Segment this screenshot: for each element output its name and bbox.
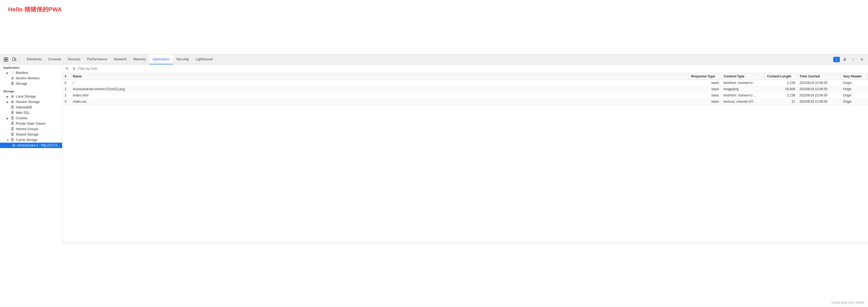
web-sql-label: Web SQL [16, 111, 30, 115]
inspect-icon[interactable] [2, 56, 10, 63]
tab-application[interactable]: Application [149, 55, 173, 64]
refresh-button[interactable]: ↻ [65, 66, 70, 71]
sidebar-item-minimal-pwa[interactable]: ▶ ⊞ minimal-pwa-1 - http://127.0... [0, 143, 62, 148]
sidebar-item-indexeddb[interactable]: ▶ 🗄 IndexedDB [0, 105, 62, 110]
svg-rect-5 [15, 58, 16, 61]
private-state-label: Private State Tokens [16, 122, 45, 125]
session-storage-icon: ⊞ [10, 100, 14, 104]
private-state-icon: 🗄 [10, 122, 14, 125]
cell-content-length: 2,239 [765, 80, 798, 86]
table-row[interactable]: 0/basictext/html; charset=U...2,2392023/… [62, 80, 868, 86]
interest-groups-label: Interest Groups [16, 127, 38, 131]
cookies-arrow: ▶ [6, 117, 9, 120]
cell-time-cached: 2023/8/19 22:06:55 [798, 80, 841, 86]
tab-memory[interactable]: Memory [130, 55, 149, 64]
close-devtools-icon[interactable]: ✕ [858, 56, 866, 63]
cell-vary-header: Origin [841, 86, 868, 92]
cell-time-cached: 2023/8/19 22:06:55 [798, 86, 841, 92]
service-workers-label: Service Workers [16, 76, 40, 80]
settings-icon[interactable]: ⚙ [841, 56, 848, 63]
cell-vary-header: Origin [841, 99, 868, 105]
col-header-vary: Vary Header [841, 73, 868, 80]
sidebar-item-local-storage[interactable]: ▶ ⊞ Local Storage [0, 94, 62, 99]
table-row[interactable]: 1/icons/android-chrome-512x512.pngbasici… [62, 86, 868, 92]
tab-performance[interactable]: Performance [84, 55, 111, 64]
bottom-scrollbar[interactable] [62, 241, 868, 245]
expand-arrow: ▶ [6, 72, 9, 75]
device-toolbar-icon[interactable] [10, 56, 18, 63]
col-header-name: Name [70, 73, 689, 80]
table-header-row: # Name Response-Type Content-Type Conten… [62, 73, 868, 80]
filter-bar: ↻ ✕ [62, 64, 868, 73]
clear-filter-button[interactable]: ✕ [71, 66, 76, 71]
tab-lighthouse[interactable]: Lighthouse [192, 55, 216, 64]
shared-storage-label: Shared Storage [16, 133, 38, 136]
local-storage-label: Local Storage [16, 94, 36, 99]
table-row[interactable]: 2/index.htmlbasictext/html; charset=U...… [62, 92, 868, 99]
devtools-tabs: Elements Console Sources Performance Net… [24, 55, 833, 64]
sidebar-item-cache-storage[interactable]: ▼ 🗄 Cache Storage [0, 137, 62, 143]
cell-num: 2 [62, 92, 70, 99]
devtools-toolbar: Elements Console Sources Performance Net… [0, 55, 868, 64]
badge-button[interactable]: 1 [833, 57, 840, 62]
sidebar-item-session-storage[interactable]: ▶ ⊞ Session Storage [0, 99, 62, 105]
local-storage-arrow: ▶ [6, 95, 9, 98]
svg-rect-0 [4, 58, 6, 59]
devtools-body: Application ▶ 📄 Manifest ▶ ⚙ Service Wor… [0, 64, 868, 245]
interest-groups-icon: 🗄 [10, 127, 14, 131]
tab-console[interactable]: Console [45, 55, 64, 64]
sidebar: Application ▶ 📄 Manifest ▶ ⚙ Service Wor… [0, 64, 62, 245]
tab-sources[interactable]: Sources [64, 55, 84, 64]
page-content: Hello 猪猪侠的PWA [0, 0, 868, 54]
sidebar-item-private-state[interactable]: ▶ 🗄 Private State Tokens [0, 121, 62, 126]
storage-section-title: Storage [0, 88, 62, 94]
cell-response-type: basic [689, 86, 721, 92]
cell-name: /main.css [70, 99, 689, 105]
minimal-pwa-icon: ⊞ [12, 143, 16, 147]
svg-rect-2 [4, 60, 6, 61]
cell-content-type: image/png [721, 86, 765, 92]
tab-elements[interactable]: Elements [24, 55, 45, 64]
table-row[interactable]: 3/main.cssbasictext/css; charset=UT...21… [62, 99, 868, 105]
cell-vary-header: Origin [841, 92, 868, 99]
storage-app-icon: 🗄 [10, 82, 14, 86]
col-header-response: Response-Type [689, 73, 721, 80]
cell-content-type: text/html; charset=U... [721, 80, 765, 86]
shared-storage-icon: 🗄 [10, 133, 14, 136]
cell-name: /icons/android-chrome-512x512.png [70, 86, 689, 92]
cell-time-cached: 2023/8/19 22:06:55 [798, 92, 841, 99]
storage-app-label: Storage [16, 82, 27, 86]
cell-content-length: 2,239 [765, 92, 798, 99]
web-sql-icon: 🗄 [10, 111, 14, 115]
col-header-content-length: Content-Length [765, 73, 798, 80]
cell-num: 0 [62, 80, 70, 86]
table-body: 0/basictext/html; charset=U...2,2392023/… [62, 80, 868, 105]
sidebar-item-cookies[interactable]: ▶ 🗄 Cookies [0, 115, 62, 121]
filter-input[interactable] [78, 67, 866, 71]
session-storage-arrow: ▶ [6, 101, 9, 104]
minimal-pwa-label: minimal-pwa-1 - http://127.0... [17, 143, 60, 147]
cell-num: 1 [62, 86, 70, 92]
cell-content-length: 29,808 [765, 86, 798, 92]
indexeddb-icon: 🗄 [10, 105, 14, 109]
sidebar-item-service-workers[interactable]: ▶ ⚙ Service Workers [0, 76, 62, 81]
sidebar-item-shared-storage[interactable]: ▶ 🗄 Shared Storage [0, 132, 62, 137]
sidebar-item-interest-groups[interactable]: ▶ 🗄 Interest Groups [0, 126, 62, 132]
more-options-icon[interactable]: ⋮ [849, 56, 857, 63]
devtools: Elements Console Sources Performance Net… [0, 54, 868, 245]
cookies-label: Cookies [16, 116, 27, 120]
cell-content-type: text/css; charset=UT... [721, 99, 765, 105]
tab-security[interactable]: Security [173, 55, 192, 64]
sidebar-item-web-sql[interactable]: ▶ 🗄 Web SQL [0, 110, 62, 115]
cell-name: / [70, 80, 689, 86]
sidebar-item-storage-app[interactable]: ▶ 🗄 Storage [0, 81, 62, 86]
cell-name: /index.html [70, 92, 689, 99]
tab-network[interactable]: Network [111, 55, 130, 64]
cache-table: # Name Response-Type Content-Type Conten… [62, 73, 868, 241]
cache-storage-icon: 🗄 [10, 138, 14, 142]
sidebar-item-manifest[interactable]: ▶ 📄 Manifest [0, 70, 62, 76]
manifest-label: Manifest [16, 71, 28, 75]
badge-count: 1 [836, 58, 837, 61]
cell-content-length: 21 [765, 99, 798, 105]
cell-response-type: basic [689, 99, 721, 105]
